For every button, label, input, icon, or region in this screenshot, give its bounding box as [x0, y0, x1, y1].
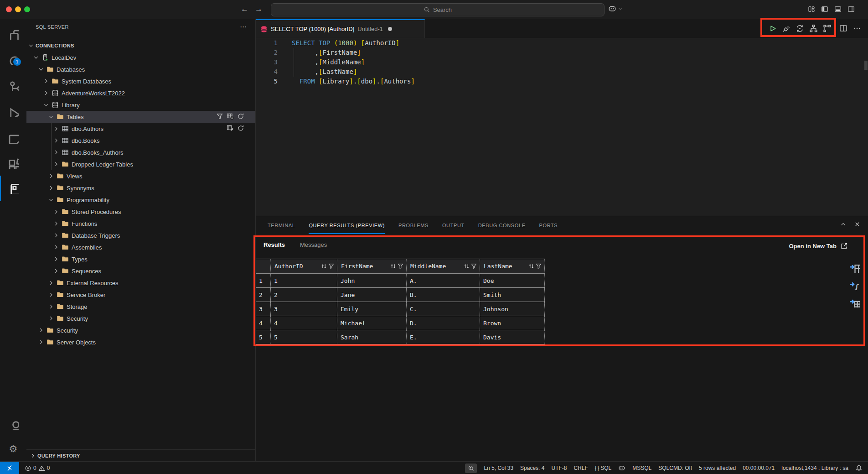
close-panel-icon[interactable]	[854, 221, 861, 228]
split-editor-icon[interactable]	[839, 24, 848, 33]
code-line-2[interactable]: 2 ,[FirstName]	[256, 48, 868, 57]
tree-item-server-objects[interactable]: Server Objects	[26, 336, 255, 348]
activity-item-explorer[interactable]	[0, 23, 26, 46]
grid-cell[interactable]: E.	[407, 330, 480, 344]
feedback-item[interactable]	[618, 464, 625, 472]
open-in-new-tab-button[interactable]: Open in New Tab	[789, 242, 848, 250]
new-table-icon[interactable]	[227, 113, 234, 120]
tree-section-connections[interactable]: CONNECTIONS	[26, 40, 255, 52]
tree-item-library[interactable]: Library	[26, 99, 255, 111]
panel-tab-debug-console[interactable]: DEBUG CONSOLE	[478, 216, 526, 234]
actual-plan-icon[interactable]	[823, 24, 832, 33]
save-excel-icon[interactable]	[849, 297, 860, 307]
grid-header-authorid[interactable]: AuthorID	[271, 259, 337, 273]
row-number-cell[interactable]: 4	[256, 316, 271, 330]
sort-icon[interactable]	[463, 263, 470, 270]
activity-item-run-debug[interactable]	[0, 100, 26, 123]
filter-icon[interactable]	[328, 263, 335, 270]
code-editor[interactable]: 1SELECT TOP (1000) [AuthorID]2 ,[FirstNa…	[256, 38, 868, 216]
tree-item-database-triggers[interactable]: Database Triggers	[26, 229, 255, 241]
tree-item-dropped-ledger-tables[interactable]: Dropped Ledger Tables	[26, 158, 255, 170]
change-connection-icon[interactable]	[796, 24, 804, 33]
mssql-indicator[interactable]: MSSQL	[632, 465, 651, 471]
activity-item-accounts[interactable]	[0, 413, 26, 436]
grid-cell[interactable]: Davis	[480, 330, 545, 344]
row-number-cell[interactable]: 1	[256, 274, 271, 287]
grid-cell[interactable]: 3	[271, 302, 337, 316]
tree-item-databases[interactable]: Databases	[26, 63, 255, 75]
maximize-panel-icon[interactable]	[840, 221, 847, 228]
grid-cell[interactable]: Michael	[337, 316, 407, 330]
grid-row-1[interactable]: 11JohnA.Doe	[256, 274, 545, 288]
maximize-window-button[interactable]	[24, 6, 30, 12]
grid-row-2[interactable]: 22JaneB.Smith	[256, 288, 545, 302]
toggle-secondary-sidebar-icon[interactable]	[847, 5, 855, 13]
tree-item-views[interactable]: Views	[26, 170, 255, 182]
line-col-indicator[interactable]: Ln 5, Col 33	[484, 465, 513, 471]
save-csv-icon[interactable]	[849, 262, 860, 273]
code-line-3[interactable]: 3 ,[MiddleName]	[256, 57, 868, 67]
grid-row-3[interactable]: 33EmilyC.Johnson	[256, 302, 545, 316]
tree-item-system-databases[interactable]: System Databases	[26, 75, 255, 87]
grid-cell[interactable]: Sarah	[337, 330, 407, 344]
nav-back-icon[interactable]: ←	[241, 5, 248, 14]
refresh-icon[interactable]	[237, 125, 245, 132]
tree-item-types[interactable]: Types	[26, 253, 255, 265]
customize-layout-icon[interactable]	[808, 5, 815, 13]
query-history-section[interactable]: QUERY HISTORY	[26, 449, 255, 461]
results-grid[interactable]: AuthorIDFirstNameMiddleNameLastName11Joh…	[256, 259, 545, 344]
more-actions-icon[interactable]: ⋯	[240, 23, 247, 31]
grid-cell[interactable]: B.	[407, 288, 480, 302]
encoding-indicator[interactable]: UTF-8	[551, 465, 567, 471]
connection-indicator[interactable]: localhost,1434 : Library : sa	[781, 465, 848, 471]
grid-cell[interactable]: 5	[271, 330, 337, 344]
editor-more-actions-icon[interactable]	[853, 24, 862, 33]
zoom-status-icon[interactable]	[465, 464, 477, 473]
row-number-cell[interactable]: 3	[256, 302, 271, 316]
tree-item-storage[interactable]: Storage	[26, 301, 255, 313]
tab-dirty-indicator[interactable]	[388, 27, 392, 31]
toggle-sidebar-icon[interactable]	[821, 5, 828, 13]
grid-cell[interactable]: John	[337, 274, 407, 287]
tree-item-security[interactable]: Security	[26, 313, 255, 324]
grid-cell[interactable]: 4	[271, 316, 337, 330]
tree-item-stored-procedures[interactable]: Stored Procedures	[26, 206, 255, 218]
code-line-5[interactable]: 5 FROM [Library].[dbo].[Authors]	[256, 77, 868, 86]
grid-cell[interactable]: Emily	[337, 302, 407, 316]
panel-tab-problems[interactable]: PROBLEMS	[398, 216, 429, 234]
notifications-bell[interactable]	[855, 464, 863, 472]
tree-item-programmability[interactable]: Programmability	[26, 194, 255, 206]
indent-indicator[interactable]: Spaces: 4	[520, 465, 544, 471]
grid-cell[interactable]: C.	[407, 302, 480, 316]
run-query-icon[interactable]	[768, 24, 777, 33]
grid-cell[interactable]: A.	[407, 274, 480, 287]
tree-item-external-resources[interactable]: External Resources	[26, 277, 255, 289]
tree-item-security[interactable]: Security	[26, 324, 255, 336]
tab-results[interactable]: Results	[264, 241, 285, 248]
activity-item-settings[interactable]: ⚙	[0, 438, 26, 460]
disconnect-icon[interactable]	[782, 24, 790, 33]
tree-item-sequences[interactable]: Sequences	[26, 265, 255, 277]
panel-tab-query-results-preview-[interactable]: QUERY RESULTS (PREVIEW)	[309, 216, 385, 234]
activity-item-extensions[interactable]	[0, 152, 26, 175]
sqlcmd-indicator[interactable]: SQLCMD: Off	[658, 465, 692, 471]
tab-messages[interactable]: Messages	[300, 241, 327, 248]
estimated-plan-icon[interactable]	[809, 24, 818, 33]
activity-item-sql-server[interactable]	[0, 177, 26, 200]
edit-data-icon[interactable]	[227, 125, 234, 132]
grid-cell[interactable]: Doe	[480, 274, 545, 287]
code-line-1[interactable]: 1SELECT TOP (1000) [AuthorID]	[256, 38, 868, 48]
minimize-window-button[interactable]	[15, 6, 21, 12]
grid-row-5[interactable]: 55SarahE.Davis	[256, 330, 545, 344]
grid-cell[interactable]: Johnson	[480, 302, 545, 316]
grid-row-4[interactable]: 44MichaelD.Brown	[256, 316, 545, 330]
tree-item-functions[interactable]: Functions	[26, 218, 255, 229]
grid-header-lastname[interactable]: LastName	[480, 259, 545, 273]
grid-cell[interactable]: Jane	[337, 288, 407, 302]
tree-item-tables[interactable]: Tables	[26, 111, 255, 123]
editor-scrollbar[interactable]	[864, 61, 868, 70]
sort-icon[interactable]	[320, 263, 327, 270]
tree-item-service-broker[interactable]: Service Broker	[26, 289, 255, 301]
grid-header-firstname[interactable]: FirstName	[337, 259, 407, 273]
grid-cell[interactable]: Brown	[480, 316, 545, 330]
